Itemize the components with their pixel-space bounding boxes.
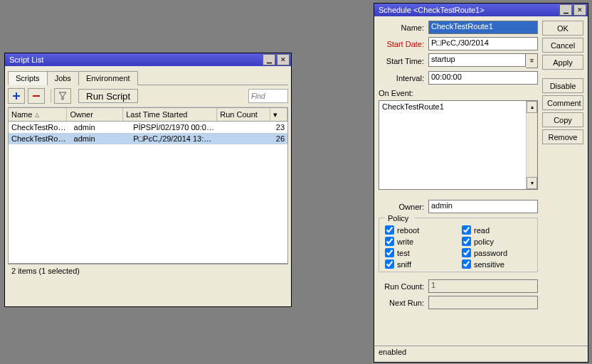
start-date-field[interactable]: P□PєС,/30/2014	[428, 37, 538, 50]
script-list-status: 2 items (1 selected)	[8, 264, 288, 280]
cell-name: CheckTestRo…	[9, 122, 71, 132]
policy-write[interactable]: write	[385, 237, 455, 246]
minimize-icon[interactable]: ▁	[263, 54, 275, 65]
interval-field[interactable]: 00:00:00	[428, 71, 538, 85]
policy-read[interactable]: read	[462, 225, 532, 235]
col-run-count[interactable]: Run Count	[217, 108, 270, 121]
script-list-window: Script List ▁ ✕ Scripts Jobs Environment…	[4, 53, 292, 307]
start-time-dropdown[interactable]: ∓	[526, 53, 538, 68]
spacer	[542, 72, 583, 76]
scroll-down-icon[interactable]: ▾	[527, 177, 537, 189]
schedule-window: Schedule <CheckTestRoute1> ▁ ✕ Name: Che…	[374, 3, 588, 363]
remove-script-button[interactable]	[28, 88, 45, 104]
script-list-titlebar[interactable]: Script List ▁ ✕	[5, 53, 291, 66]
checkbox[interactable]	[385, 237, 394, 246]
minimize-icon[interactable]: ▁	[559, 4, 572, 16]
close-icon[interactable]: ✕	[277, 54, 290, 65]
col-owner[interactable]: Owner	[67, 108, 123, 121]
cell-count: 23	[231, 122, 287, 132]
schedule-status: enabled	[374, 346, 588, 362]
checkbox[interactable]	[462, 248, 471, 257]
label-run-count: Run Count:	[379, 282, 424, 291]
policy-sensitive[interactable]: sensitive	[462, 259, 532, 269]
checkbox[interactable]	[385, 259, 394, 269]
grid-header: Name△ Owner Last Time Started Run Count …	[9, 108, 287, 122]
label-on-event: On Event:	[379, 89, 413, 97]
label-owner: Owner:	[379, 203, 424, 211]
cell-owner: admin	[71, 122, 131, 132]
script-list-toolbar: Run Script	[8, 85, 288, 107]
label-name: Name:	[379, 23, 424, 32]
table-row[interactable]: CheckTestRo… admin PİPSPİ/02/1970 00:0… …	[9, 122, 287, 133]
on-event-item[interactable]: CheckTestRoute1	[379, 101, 537, 112]
checkbox[interactable]	[385, 225, 394, 235]
schedule-form: Name: CheckTestRoute1 Start Date: P□PєС,…	[379, 21, 538, 312]
cancel-button[interactable]: Cancel	[542, 38, 583, 53]
minus-icon	[32, 92, 41, 100]
cell-owner: admin	[71, 134, 131, 144]
checkbox[interactable]	[385, 248, 394, 257]
label-next-run: Next Run:	[379, 299, 424, 307]
tab-jobs[interactable]: Jobs	[47, 71, 79, 85]
label-start-date: Start Date:	[379, 40, 424, 48]
find-input[interactable]	[248, 89, 288, 103]
sort-asc-icon: △	[35, 112, 39, 118]
filter-button[interactable]	[54, 88, 71, 104]
run-count-field: 1	[428, 279, 538, 293]
comment-button[interactable]: Comment	[542, 95, 583, 110]
name-field[interactable]: CheckTestRoute1	[428, 21, 538, 34]
next-run-field	[428, 296, 538, 309]
policy-legend: Policy	[385, 214, 415, 223]
script-list-tabs: Scripts Jobs Environment	[8, 70, 288, 85]
copy-button[interactable]: Copy	[542, 112, 583, 127]
checkbox[interactable]	[462, 259, 471, 269]
policy-reboot[interactable]: reboot	[385, 225, 455, 235]
disable-button[interactable]: Disable	[542, 78, 583, 93]
col-menu[interactable]: ▾	[270, 108, 287, 121]
remove-button[interactable]: Remove	[542, 129, 583, 144]
cell-last: P□PєС,/29/2014 13:…	[130, 134, 231, 144]
on-event-listbox[interactable]: CheckTestRoute1 ▴ ▾	[379, 100, 538, 190]
label-interval: Interval:	[379, 74, 424, 82]
checkbox[interactable]	[462, 225, 471, 235]
schedule-title: Schedule <CheckTestRoute1>	[379, 6, 558, 14]
run-script-button[interactable]: Run Script	[78, 89, 138, 103]
funnel-icon	[58, 92, 67, 100]
owner-field[interactable]: admin	[428, 200, 538, 213]
schedule-buttons: OK Cancel Apply Disable Comment Copy Rem…	[542, 21, 583, 312]
start-time-field[interactable]: startup	[428, 53, 526, 67]
table-row[interactable]: CheckTestRo… admin P□PєС,/29/2014 13:… 2…	[9, 133, 287, 144]
apply-button[interactable]: Apply	[542, 55, 583, 70]
policy-fieldset: Policy reboot read write policy test pas…	[379, 218, 538, 272]
policy-sniff[interactable]: sniff	[385, 259, 455, 269]
policy-policy[interactable]: policy	[462, 237, 532, 246]
scroll-up-icon[interactable]: ▴	[527, 101, 537, 113]
checkbox[interactable]	[462, 237, 471, 246]
scripts-grid: Name△ Owner Last Time Started Run Count …	[8, 107, 288, 264]
scrollbar[interactable]: ▴ ▾	[526, 101, 537, 189]
toolbar-separator	[51, 89, 51, 103]
cell-last: PİPSPİ/02/1970 00:0…	[130, 122, 231, 132]
plus-icon	[12, 92, 21, 100]
schedule-titlebar[interactable]: Schedule <CheckTestRoute1> ▁ ✕	[374, 4, 588, 16]
add-button[interactable]	[8, 88, 25, 104]
script-list-title: Script List	[9, 55, 261, 64]
col-last-time[interactable]: Last Time Started	[123, 108, 217, 121]
col-name[interactable]: Name△	[9, 108, 67, 121]
cell-count: 26	[231, 134, 287, 144]
cell-name: CheckTestRo…	[9, 134, 71, 144]
policy-test[interactable]: test	[385, 248, 455, 257]
policy-password[interactable]: password	[462, 248, 532, 257]
label-start-time: Start Time:	[379, 57, 424, 65]
ok-button[interactable]: OK	[542, 21, 583, 36]
tab-scripts[interactable]: Scripts	[8, 71, 48, 85]
tab-environment[interactable]: Environment	[78, 71, 138, 85]
close-icon[interactable]: ✕	[574, 4, 586, 16]
